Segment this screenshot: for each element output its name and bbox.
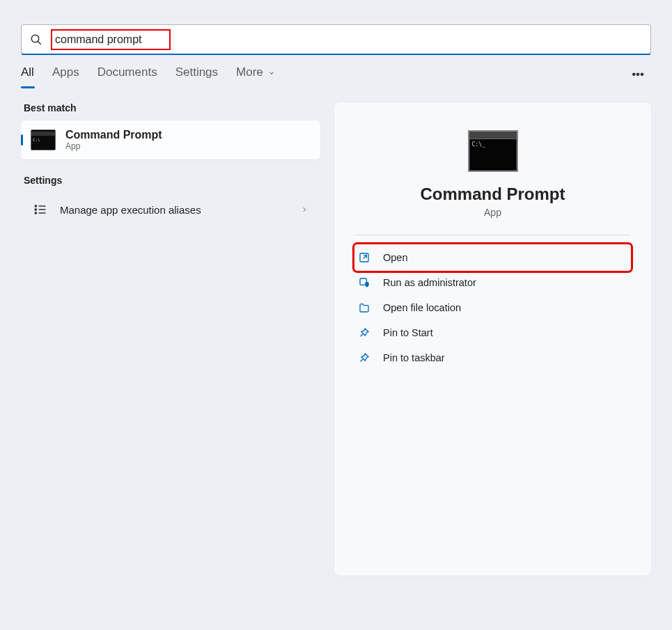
action-pin-start[interactable]: Pin to Start <box>355 320 630 345</box>
detail-title: Command Prompt <box>355 184 630 204</box>
command-prompt-large-icon <box>468 130 518 172</box>
search-input[interactable] <box>55 33 166 46</box>
tab-documents[interactable]: Documents <box>97 65 157 84</box>
open-icon <box>358 251 370 264</box>
search-box[interactable] <box>21 24 651 55</box>
section-best-match: Best match <box>24 102 320 113</box>
overflow-menu[interactable]: ••• <box>632 68 651 81</box>
shield-admin-icon <box>358 276 370 289</box>
svg-point-6 <box>35 212 36 214</box>
svg-point-2 <box>35 205 36 207</box>
tab-all[interactable]: All <box>21 65 34 84</box>
pin-icon <box>358 352 370 364</box>
svg-line-1 <box>38 41 41 45</box>
result-title: Command Prompt <box>65 129 162 141</box>
search-icon <box>22 33 51 46</box>
action-label: Pin to Start <box>383 327 433 338</box>
result-subtitle: App <box>65 141 162 151</box>
tab-more[interactable]: More <box>236 65 274 84</box>
svg-line-11 <box>361 359 363 361</box>
pin-icon <box>358 326 370 339</box>
detail-subtitle: App <box>355 207 630 218</box>
folder-icon <box>358 301 370 314</box>
action-pin-taskbar[interactable]: Pin to taskbar <box>355 345 630 370</box>
tab-settings[interactable]: Settings <box>175 65 218 84</box>
action-label: Open file location <box>383 302 461 313</box>
tab-indicator <box>21 86 35 88</box>
settings-item-aliases[interactable]: Manage app execution aliases <box>21 193 320 226</box>
svg-line-10 <box>361 334 363 336</box>
svg-point-4 <box>35 209 36 210</box>
action-label: Open <box>383 252 407 263</box>
action-label: Pin to taskbar <box>383 352 445 363</box>
command-prompt-icon <box>31 129 56 150</box>
list-settings-icon <box>33 203 47 216</box>
action-label: Run as administrator <box>383 277 476 288</box>
filter-tabs: All Apps Documents Settings More ••• <box>0 65 672 90</box>
action-run-admin[interactable]: Run as administrator <box>355 270 630 295</box>
svg-point-0 <box>31 35 39 42</box>
detail-pane: Command Prompt App Open <box>334 102 651 576</box>
section-settings: Settings <box>24 175 320 186</box>
tab-apps[interactable]: Apps <box>52 65 79 84</box>
settings-item-label: Manage app execution aliases <box>60 204 288 216</box>
search-highlight <box>51 29 171 50</box>
action-open[interactable]: Open <box>355 245 630 270</box>
action-open-location[interactable]: Open file location <box>355 295 630 320</box>
divider <box>355 235 630 235</box>
chevron-right-icon <box>301 205 308 214</box>
result-command-prompt[interactable]: Command Prompt App <box>21 120 320 159</box>
